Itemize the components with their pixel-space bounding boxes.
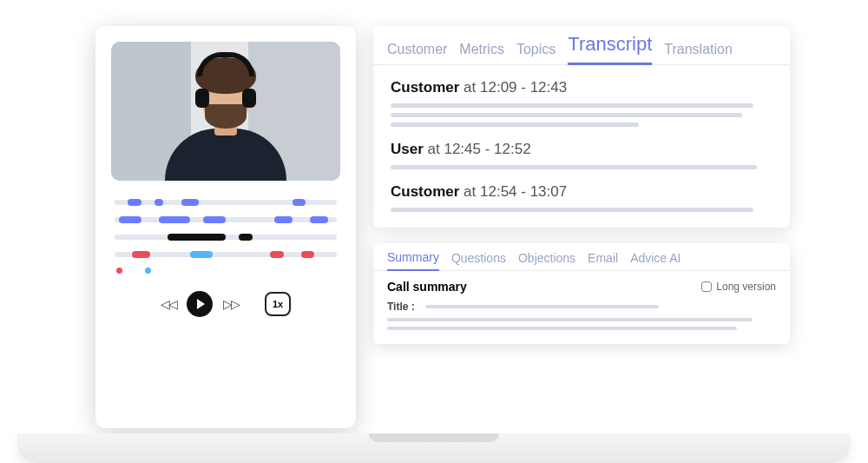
summary-text-line — [387, 327, 737, 330]
tab-advice-ai[interactable]: Advice AI — [630, 251, 681, 270]
long-version-label: Long version — [716, 281, 776, 293]
tab-translation[interactable]: Translation — [664, 42, 733, 64]
video-thumbnail[interactable] — [111, 42, 340, 181]
summary-tabs: Summary Questions Objections Email Advic… — [373, 243, 790, 271]
laptop-base — [17, 433, 851, 463]
transcript-speaker-time: User at 12:45 - 12:52 — [391, 141, 773, 158]
timeline-track[interactable] — [115, 200, 337, 205]
tab-customer[interactable]: Customer — [387, 42, 447, 64]
checkbox-icon — [701, 281, 712, 292]
summary-panel: Summary Questions Objections Email Advic… — [373, 243, 790, 344]
tab-summary[interactable]: Summary — [387, 250, 439, 271]
timeline-tracks[interactable] — [111, 200, 340, 257]
summary-heading: Call summary — [387, 280, 467, 294]
transcript-panel: Customer Metrics Topics Transcript Trans… — [373, 26, 790, 228]
transcript-text-line — [391, 122, 639, 127]
tab-objections[interactable]: Objections — [518, 251, 575, 270]
transcript-tabs: Customer Metrics Topics Transcript Trans… — [373, 26, 790, 65]
summary-title-label: Title : — [387, 301, 415, 313]
tab-email[interactable]: Email — [588, 251, 618, 270]
tab-transcript[interactable]: Transcript — [568, 33, 652, 65]
transcript-speaker-time: Customer at 12:09 - 12:43 — [391, 79, 773, 96]
long-version-toggle[interactable]: Long version — [701, 281, 776, 293]
tab-questions[interactable]: Questions — [451, 251, 506, 270]
transcript-entry: Customer at 12:09 - 12:43 — [391, 79, 773, 127]
video-player-card: ◁◁ ▷▷ 1x — [95, 26, 356, 428]
playback-controls: ◁◁ ▷▷ 1x — [111, 287, 340, 321]
tab-topics[interactable]: Topics — [516, 42, 556, 64]
transcript-text-line — [391, 103, 753, 108]
timeline-track[interactable] — [115, 217, 337, 222]
play-button[interactable] — [187, 291, 213, 317]
transcript-entry: Customer at 12:54 - 13:07 — [391, 183, 773, 212]
timeline-track[interactable] — [115, 252, 337, 257]
transcript-speaker-time: Customer at 12:54 - 13:07 — [391, 183, 773, 201]
tab-metrics[interactable]: Metrics — [459, 42, 504, 64]
transcript-text-line — [391, 208, 753, 212]
transcript-text-line — [391, 165, 757, 169]
timeline-track[interactable] — [115, 235, 337, 240]
summary-text-line — [387, 318, 753, 321]
transcript-text-line — [391, 113, 742, 117]
track-legend — [111, 266, 340, 274]
forward-icon[interactable]: ▷▷ — [223, 297, 239, 311]
transcript-list: Customer at 12:09 - 12:43 User at 12:45 … — [373, 65, 790, 228]
rewind-icon[interactable]: ◁◁ — [161, 297, 176, 311]
transcript-entry: User at 12:45 - 12:52 — [391, 141, 773, 169]
summary-text-line — [425, 305, 659, 308]
playback-speed-button[interactable]: 1x — [265, 292, 291, 316]
